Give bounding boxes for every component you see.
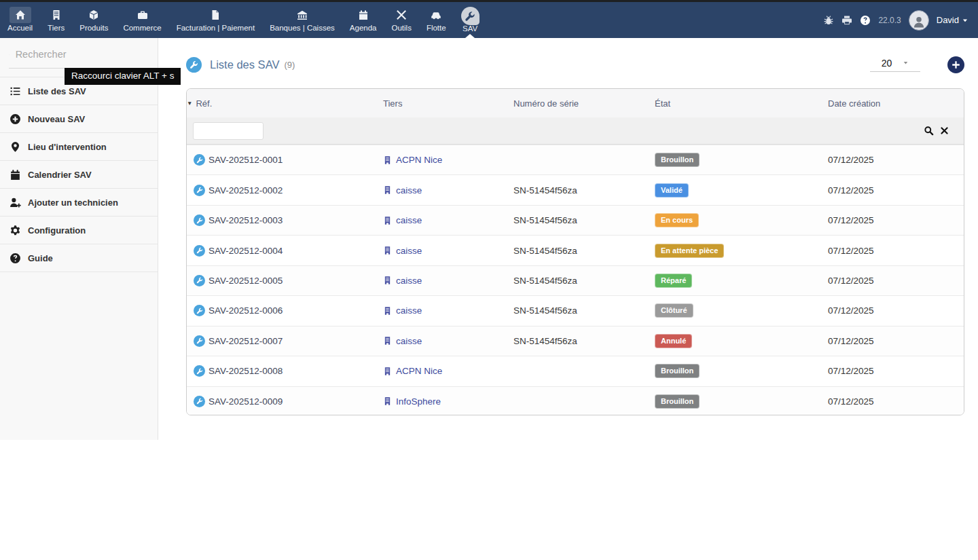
ref-link[interactable]: SAV-202512-0001 xyxy=(209,155,283,165)
column-header[interactable]: ▼ Réf. xyxy=(187,98,383,109)
ref-cell: SAV-202512-0005 xyxy=(187,275,383,286)
main-menu-icon xyxy=(396,7,407,23)
date-cell: 07/12/2025 xyxy=(828,215,964,225)
status-badge: Validé xyxy=(655,183,689,198)
sav-module-icon xyxy=(186,57,202,73)
ref-filter-input[interactable] xyxy=(193,122,264,140)
tiers-link[interactable]: caisse xyxy=(396,185,422,195)
ref-link[interactable]: SAV-202512-0006 xyxy=(209,305,283,316)
column-header-label: Numéro de série xyxy=(513,98,579,109)
chevron-down-icon xyxy=(903,60,909,66)
bug-icon[interactable] xyxy=(823,15,834,26)
status-badge: Annulé xyxy=(655,334,692,348)
sidebar-menu-item[interactable]: Lieu d'intervention xyxy=(0,133,158,161)
serial-cell: SN-51454f56za xyxy=(513,185,655,195)
sidebar: Liste des SAV Nouveau SAV Lieu d'interve… xyxy=(0,38,158,440)
sidebar-menu-item[interactable]: Ajouter un technicien xyxy=(0,189,158,217)
main-menu-icon xyxy=(297,7,308,23)
column-header[interactable]: ▼ Numéro de série xyxy=(513,98,655,109)
ref-cell: SAV-202512-0004 xyxy=(187,245,383,257)
main-menu-item[interactable]: Tiers xyxy=(40,2,72,38)
tiers-link[interactable]: InfoSphere xyxy=(396,396,441,407)
tiers-link[interactable]: caisse xyxy=(396,276,422,286)
main-menu-label: Produits xyxy=(79,24,108,32)
main-menu-item[interactable]: Banques | Caisses xyxy=(262,2,342,38)
column-header[interactable]: ▼ Date création xyxy=(828,98,964,109)
main-menu-item[interactable]: Agenda xyxy=(342,2,384,38)
main-menu-label: Outils xyxy=(391,24,411,32)
main-menu-icon xyxy=(10,7,31,23)
keyboard-shortcut-tooltip: Raccourci clavier ALT + s xyxy=(65,68,181,85)
status-badge: Brouillon xyxy=(655,394,700,409)
version-label: 22.0.3 xyxy=(878,16,901,25)
tiers-link[interactable]: caisse xyxy=(396,305,422,316)
sav-ticket-icon xyxy=(194,365,205,377)
table-header: ▼ Réf. ▼ Tiers ▼ Numéro de série ▼ État … xyxy=(187,89,964,117)
main-menu-item[interactable]: SAV xyxy=(454,2,487,38)
tiers-link[interactable]: caisse xyxy=(396,215,422,225)
tiers-cell: caisse xyxy=(383,305,513,316)
tiers-link[interactable]: caisse xyxy=(396,336,422,346)
main-menu-icon xyxy=(431,7,441,23)
tiers-link[interactable]: caisse xyxy=(396,246,422,256)
serial-cell: SN-51454f56za xyxy=(513,336,655,346)
column-header[interactable]: ▼ État xyxy=(655,98,828,109)
sidebar-item-icon xyxy=(10,169,21,181)
user-name-label: David xyxy=(937,15,959,25)
building-icon xyxy=(383,276,392,285)
tiers-cell: ACPN Nice xyxy=(383,155,513,165)
status-badge: En cours xyxy=(655,213,699,227)
main-menu-item[interactable]: Facturation | Paiement xyxy=(169,2,263,38)
main-menu-icon xyxy=(461,7,479,25)
date-cell: 07/12/2025 xyxy=(828,155,964,165)
add-sav-button[interactable] xyxy=(947,56,964,73)
column-header-label: Réf. xyxy=(196,98,212,109)
date-cell: 07/12/2025 xyxy=(828,185,964,195)
table-row: SAV-202512-0001 ACPN Nice Brouillon 07/1… xyxy=(187,145,964,174)
sidebar-menu-item[interactable]: Calendrier SAV xyxy=(0,161,158,189)
ref-link[interactable]: SAV-202512-0008 xyxy=(209,366,283,376)
record-count: (9) xyxy=(284,60,295,70)
tiers-cell: caisse xyxy=(383,215,513,225)
main-menu-icon xyxy=(137,7,148,23)
ref-link[interactable]: SAV-202512-0003 xyxy=(209,215,283,225)
apply-filter-icon[interactable] xyxy=(924,126,934,136)
status-badge: Clôturé xyxy=(655,303,693,318)
sidebar-item-icon xyxy=(10,113,21,125)
column-header[interactable]: ▼ Tiers xyxy=(383,98,513,109)
page-size-select[interactable]: 20 xyxy=(870,58,920,72)
ref-link[interactable]: SAV-202512-0009 xyxy=(209,396,283,407)
printer-icon[interactable] xyxy=(841,15,852,26)
status-badge: En attente pièce xyxy=(655,244,724,258)
sidebar-menu-item[interactable]: Configuration xyxy=(0,217,158,244)
ref-cell: SAV-202512-0007 xyxy=(187,335,383,347)
ref-link[interactable]: SAV-202512-0007 xyxy=(209,336,283,346)
ref-link[interactable]: SAV-202512-0002 xyxy=(209,185,283,195)
page-title: Liste des SAV xyxy=(210,58,279,71)
sidebar-menu-item[interactable]: Nouveau SAV xyxy=(0,105,158,133)
tiers-link[interactable]: ACPN Nice xyxy=(396,155,442,165)
avatar[interactable] xyxy=(909,10,929,31)
sav-ticket-icon xyxy=(194,214,205,226)
tiers-link[interactable]: ACPN Nice xyxy=(396,366,442,376)
clear-filter-icon[interactable] xyxy=(940,126,949,135)
sav-ticket-icon xyxy=(194,185,205,196)
ref-link[interactable]: SAV-202512-0004 xyxy=(209,246,283,256)
building-icon xyxy=(383,336,392,346)
main-menu-item[interactable]: Flotte xyxy=(419,2,454,38)
table-body: SAV-202512-0001 ACPN Nice Brouillon 07/1… xyxy=(187,145,964,415)
sav-ticket-icon xyxy=(194,275,205,286)
main-menu-item[interactable]: Outils xyxy=(384,2,418,38)
ref-link[interactable]: SAV-202512-0005 xyxy=(209,276,283,286)
main-menu-label: Commerce xyxy=(123,24,161,32)
table-row: SAV-202512-0009 InfoSphere Brouillon 07/… xyxy=(187,386,964,416)
user-menu[interactable]: David xyxy=(937,15,968,25)
main-menu-item[interactable]: Produits xyxy=(72,2,115,38)
search-input[interactable] xyxy=(16,49,143,60)
filter-actions xyxy=(828,126,964,136)
main-menu-item[interactable]: Accueil xyxy=(0,2,40,38)
sidebar-menu-item[interactable]: Guide xyxy=(0,244,158,272)
main-menu-label: Agenda xyxy=(350,24,377,32)
main-menu-item[interactable]: Commerce xyxy=(115,2,168,38)
help-icon[interactable] xyxy=(860,15,871,26)
